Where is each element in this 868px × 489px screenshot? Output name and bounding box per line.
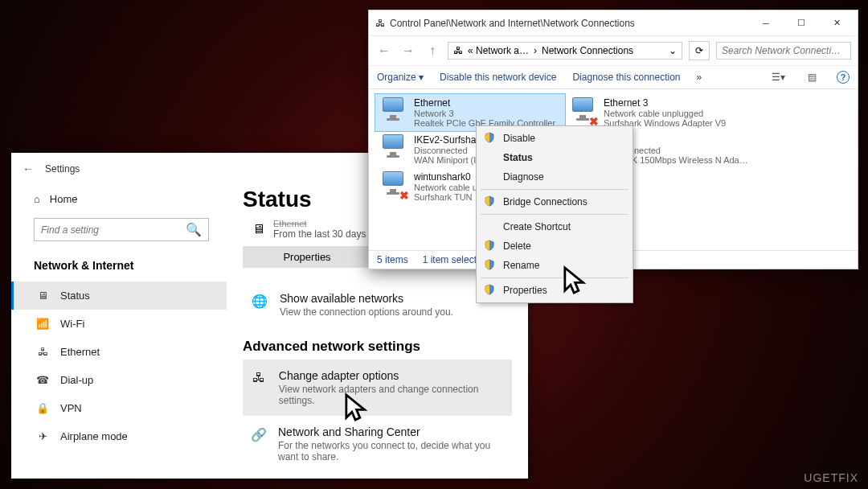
nav-label: VPN — [60, 402, 82, 414]
diagnose-button[interactable]: Diagnose this connection — [572, 72, 680, 83]
shield-icon — [484, 259, 495, 273]
shield-icon — [484, 132, 495, 146]
menu-label: Bridge Connections — [503, 196, 588, 208]
organize-menu[interactable]: Organize ▾ — [377, 72, 424, 83]
menu-item-properties[interactable]: Properties — [479, 281, 630, 300]
preview-pane-icon[interactable]: ▤ — [803, 72, 821, 83]
menu-label: Disable — [503, 133, 535, 144]
titlebar[interactable]: 🖧 Control Panel\Network and Internet\Net… — [369, 10, 858, 36]
menu-item-diagnose[interactable]: Diagnose — [479, 167, 630, 187]
settings-title: Settings — [45, 163, 80, 175]
watermark: UGETFIX — [804, 471, 858, 484]
sidebar-item-airplane[interactable]: ✈Airplane mode — [11, 422, 227, 450]
home-button[interactable]: ⌂ Home — [11, 187, 227, 212]
dropdown-chevron-icon[interactable]: ⌄ — [669, 45, 677, 56]
sharing-icon: 🔗 — [251, 425, 267, 442]
forward-arrow[interactable]: → — [399, 42, 417, 60]
menu-item-disable[interactable]: Disable — [479, 129, 630, 148]
option-desc: For the networks you connect to, decide … — [278, 440, 504, 462]
search-input-wrap[interactable]: 🔍 — [34, 218, 209, 241]
close-button[interactable]: ✕ — [819, 11, 854, 35]
explorer-search[interactable] — [716, 42, 851, 60]
menu-separator — [481, 214, 628, 215]
shield-icon — [484, 240, 495, 253]
advanced-heading: Advanced network settings — [243, 339, 512, 355]
sidebar-item-dialup[interactable]: ☎Dial-up — [11, 366, 227, 394]
option-title: Show available networks — [280, 292, 453, 305]
shield-icon — [484, 195, 495, 209]
more-tools[interactable]: » — [697, 72, 702, 83]
change-adapter-option[interactable]: 🖧 Change adapter options View network ad… — [243, 360, 512, 416]
menu-item-status[interactable]: Status — [479, 148, 630, 167]
refresh-button[interactable]: ⟳ — [689, 41, 710, 60]
up-arrow[interactable]: ↑ — [424, 42, 441, 60]
minimize-button[interactable]: ─ — [748, 11, 784, 35]
option-title: Change adapter options — [279, 369, 504, 382]
conn-status: Network 3 — [414, 109, 555, 118]
nav-label: Ethernet — [60, 346, 100, 358]
network-adapter-icon — [379, 97, 407, 126]
disable-device-button[interactable]: Disable this network device — [440, 72, 556, 83]
airplane-icon: ✈ — [36, 430, 49, 442]
menu-label: Delete — [503, 240, 531, 252]
address-bar[interactable]: 🖧 « Network a… › Network Connections ⌄ — [448, 42, 682, 60]
conn-name: Ethernet 3 — [604, 97, 726, 109]
nav-label: Dial-up — [60, 374, 93, 386]
option-desc: View the connection options around you. — [280, 306, 453, 318]
show-networks-option[interactable]: 🌐 Show available networks View the conne… — [243, 282, 512, 327]
net-summary-text: Ethernet From the last 30 days — [273, 219, 366, 240]
toolbar: Organize ▾ Disable this network device D… — [369, 66, 858, 89]
item-count: 5 items — [377, 254, 408, 265]
folder-icon: 🖧 — [453, 45, 463, 56]
nav-label: Status — [60, 290, 90, 302]
nav-label: Wi-Fi — [60, 318, 84, 330]
nav-label: Airplane mode — [60, 430, 128, 442]
breadcrumb-b[interactable]: Network Connections — [542, 45, 633, 56]
home-label: Home — [50, 193, 78, 205]
shield-icon — [484, 284, 495, 298]
wifi-icon: 📶 — [36, 318, 49, 330]
option-desc: View network adapters and change connect… — [279, 384, 504, 406]
app-icon: 🖧 — [375, 18, 385, 29]
breadcrumb-a[interactable]: « Network a… — [468, 45, 529, 56]
properties-button[interactable]: Properties — [243, 246, 371, 268]
conn-name: Ethernet — [414, 97, 555, 109]
sharing-center-option[interactable]: 🔗 Network and Sharing Center For the net… — [243, 416, 512, 472]
menu-label: Status — [503, 152, 533, 163]
net-name: Ethernet — [273, 219, 366, 228]
search-icon: 🔍 — [186, 222, 202, 237]
conn-status: Network cable unplugged — [604, 109, 726, 118]
option-title: Network and Sharing Center — [278, 425, 504, 438]
net-period: From the last 30 days — [273, 228, 366, 240]
back-button[interactable]: ← — [23, 162, 34, 175]
sidebar-item-status[interactable]: 🖥Status — [11, 281, 227, 310]
nav-section-label: Network & Internet — [11, 251, 227, 281]
back-arrow[interactable]: ← — [375, 42, 393, 60]
menu-label: Properties — [503, 285, 547, 296]
monitor-icon: 🖥 — [252, 222, 265, 236]
help-icon[interactable]: ? — [837, 71, 850, 84]
view-icon[interactable]: ☰▾ — [769, 72, 787, 83]
menu-label: Diagnose — [503, 171, 544, 183]
menu-item-delete[interactable]: Delete — [479, 236, 630, 256]
search-input[interactable] — [41, 224, 186, 236]
menu-separator — [481, 277, 628, 278]
sidebar-item-vpn[interactable]: 🔒VPN — [11, 394, 227, 422]
menu-item-create-shortcut[interactable]: Create Shortcut — [479, 217, 630, 236]
menu-item-bridge-connections[interactable]: Bridge Connections — [479, 192, 630, 212]
adapter-icon: 🖧 — [251, 369, 268, 385]
sidebar-item-wifi[interactable]: 📶Wi-Fi — [11, 310, 227, 338]
context-menu: DisableStatusDiagnoseBridge ConnectionsC… — [476, 125, 633, 303]
maximize-button[interactable]: ☐ — [784, 11, 819, 35]
status-icon: 🖥 — [36, 290, 49, 302]
home-icon: ⌂ — [34, 193, 40, 205]
menu-item-rename[interactable]: Rename — [479, 256, 630, 275]
vpn-icon: 🔒 — [36, 402, 49, 414]
network-adapter-icon: ✖ — [379, 171, 407, 200]
menu-label: Rename — [503, 260, 539, 271]
error-badge-icon: ✖ — [399, 189, 409, 202]
sidebar-item-ethernet[interactable]: 🖧Ethernet — [11, 338, 227, 366]
menu-separator — [481, 189, 628, 190]
globe-icon: 🌐 — [251, 292, 268, 309]
dialup-icon: ☎ — [36, 374, 49, 386]
